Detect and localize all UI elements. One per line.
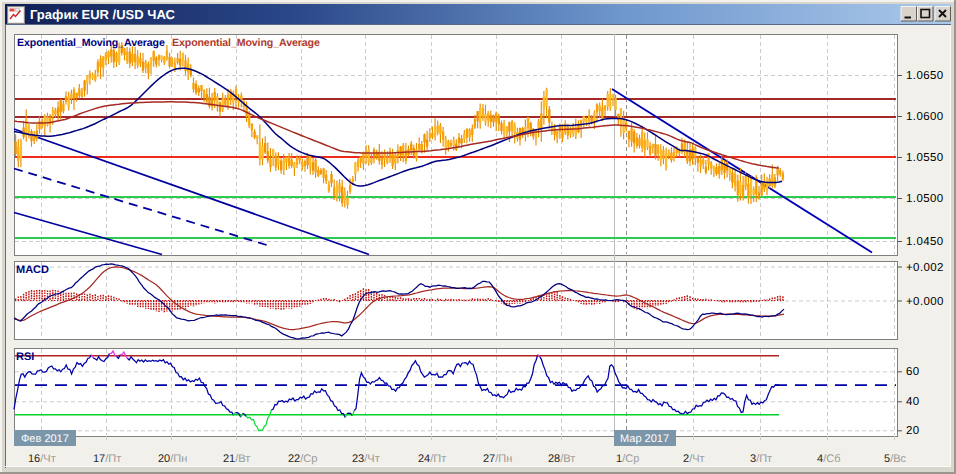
svg-text:4/Сб: 4/Сб [817,453,840,465]
svg-text:Exponential_Moving_Average: Exponential_Moving_Average [172,37,320,49]
svg-text:1.0500: 1.0500 [906,193,944,205]
svg-text:24/Пт: 24/Пт [418,453,446,465]
svg-text:23/Чт: 23/Чт [352,453,380,465]
svg-text:Exponential_Moving_Average: Exponential_Moving_Average [17,37,165,49]
svg-text:21/Вт: 21/Вт [223,453,250,465]
svg-text:5/Вс: 5/Вс [884,453,907,465]
svg-text:28/Вт: 28/Вт [548,453,575,465]
svg-text:Мар 2017: Мар 2017 [620,433,669,445]
svg-text:22/Ср: 22/Ср [288,453,317,465]
svg-text:+0.000: +0.000 [906,296,944,308]
svg-text:RSI: RSI [16,351,34,363]
svg-text:1.0550: 1.0550 [906,152,944,164]
svg-text:3/Пт: 3/Пт [750,453,772,465]
svg-text:График EUR /USD ЧАС: График EUR /USD ЧАС [30,7,175,22]
svg-text:27/Пн: 27/Пн [483,453,512,465]
svg-text:1/Ср: 1/Ср [616,453,639,465]
svg-text:17/Пт: 17/Пт [93,453,121,465]
svg-text:+0.002: +0.002 [906,262,944,274]
svg-text:16/Чт: 16/Чт [28,453,56,465]
svg-text:2/Чт: 2/Чт [683,453,705,465]
svg-text:1.0450: 1.0450 [906,236,944,248]
svg-text:20/Пн: 20/Пн [158,453,187,465]
svg-text:1.0650: 1.0650 [906,70,944,82]
svg-text:20: 20 [906,425,920,437]
svg-text:1.0600: 1.0600 [906,111,944,123]
svg-text:MACD: MACD [16,264,49,276]
svg-text:40: 40 [906,396,920,408]
svg-text:60: 60 [906,366,920,378]
svg-text:Фев 2017: Фев 2017 [21,433,69,445]
